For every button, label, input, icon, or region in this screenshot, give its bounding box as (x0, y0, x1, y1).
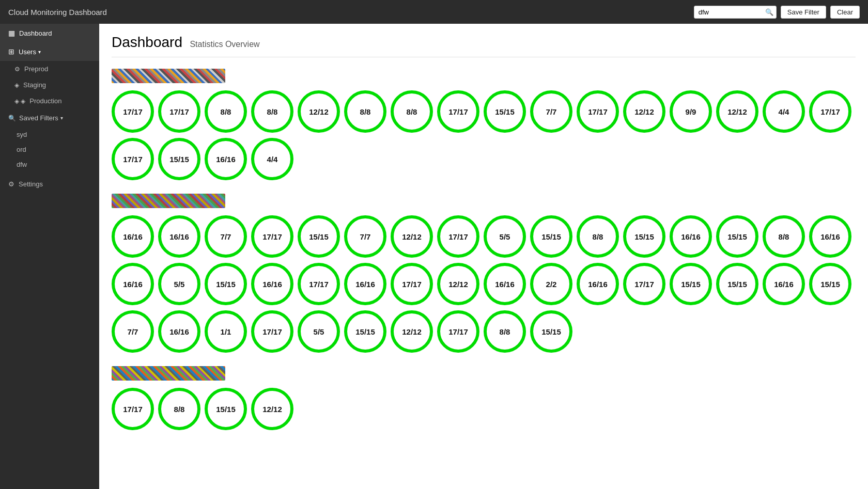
circle-badge[interactable]: 8/8 (205, 90, 247, 133)
circle-badge[interactable]: 16/16 (577, 263, 619, 305)
circle-badge[interactable]: 17/17 (391, 263, 433, 305)
circle-badge[interactable]: 15/15 (623, 215, 665, 258)
circle-badge[interactable]: 16/16 (158, 215, 200, 258)
circle-badge[interactable]: 16/16 (809, 215, 851, 258)
sidebar: ▦ Dashboard ⊞ Users ▾ ⚙ Preprod ◈ Stagin… (0, 24, 99, 489)
circle-badge[interactable]: 17/17 (437, 90, 479, 133)
circle-badge[interactable]: 2/2 (530, 263, 572, 305)
sidebar-item-preprod[interactable]: ⚙ Preprod (0, 61, 99, 77)
circle-badge[interactable]: 15/15 (670, 263, 712, 305)
sidebar-dashboard[interactable]: ▦ Dashboard (0, 24, 99, 42)
filter-dfw[interactable]: dfw (0, 157, 99, 172)
circle-badge[interactable]: 15/15 (344, 310, 386, 353)
circle-badge[interactable]: 17/17 (437, 310, 479, 353)
circle-badge[interactable]: 12/12 (391, 310, 433, 353)
circle-badge[interactable]: 12/12 (391, 215, 433, 258)
circle-badge[interactable]: 12/12 (716, 90, 758, 133)
circle-badge[interactable]: 17/17 (577, 90, 619, 133)
saved-filters-label: Saved Filters (19, 114, 58, 122)
circle-badge[interactable]: 17/17 (158, 90, 200, 133)
circle-badge[interactable]: 16/16 (763, 263, 805, 305)
circle-badge[interactable]: 7/7 (530, 90, 572, 133)
dashboard-label: Dashboard (19, 29, 52, 37)
circle-badge[interactable]: 16/16 (484, 263, 526, 305)
sidebar-item-staging[interactable]: ◈ Staging (0, 77, 99, 93)
circle-badge[interactable]: 8/8 (391, 90, 433, 133)
circle-badge[interactable]: 8/8 (251, 90, 293, 133)
filter-ord[interactable]: ord (0, 142, 99, 157)
sidebar-item-production[interactable]: ◈ ◈ Production (0, 93, 99, 109)
circle-badge[interactable]: 17/17 (251, 310, 293, 353)
clear-button[interactable]: Clear (830, 6, 860, 19)
sidebar-users[interactable]: ⊞ Users ▾ (0, 42, 99, 61)
circle-badge[interactable]: 15/15 (530, 310, 572, 353)
circle-badge[interactable]: 17/17 (809, 90, 851, 133)
preprod-icon: ⚙ (14, 66, 20, 73)
circle-badge[interactable]: 15/15 (484, 90, 526, 133)
circle-badge[interactable]: 17/17 (112, 90, 154, 133)
circle-badge[interactable]: 8/8 (577, 215, 619, 258)
circle-badge[interactable]: 7/7 (112, 310, 154, 353)
circle-badge[interactable]: 15/15 (716, 215, 758, 258)
circle-badge[interactable]: 16/16 (670, 215, 712, 258)
search-icon-button[interactable]: 🔍 (765, 8, 773, 16)
circle-badge[interactable]: 17/17 (623, 263, 665, 305)
circle-badge[interactable]: 7/7 (344, 215, 386, 258)
circle-badge[interactable]: 16/16 (112, 215, 154, 258)
circle-badge[interactable]: 15/15 (158, 138, 200, 180)
circle-badge[interactable]: 17/17 (298, 263, 340, 305)
production-label: Production (29, 97, 61, 105)
circle-badge[interactable]: 15/15 (716, 263, 758, 305)
staging-label: Staging (23, 81, 46, 89)
circle-badge[interactable]: 4/4 (763, 90, 805, 133)
preprod-label: Preprod (24, 65, 48, 73)
saved-filters-header[interactable]: 🔍 Saved Filters ▾ (0, 109, 99, 127)
sidebar-settings[interactable]: ⚙ Settings (0, 176, 99, 192)
circle-badge[interactable]: 17/17 (437, 215, 479, 258)
circle-badge[interactable]: 15/15 (205, 263, 247, 305)
circle-badge[interactable]: 9/9 (670, 90, 712, 133)
circle-badge[interactable]: 16/16 (158, 310, 200, 353)
settings-icon: ⚙ (8, 180, 14, 188)
circle-badge[interactable]: 16/16 (205, 138, 247, 180)
circle-badge[interactable]: 7/7 (205, 215, 247, 258)
circle-badge[interactable]: 8/8 (484, 310, 526, 353)
circle-badge[interactable]: 5/5 (298, 310, 340, 353)
circle-badge[interactable]: 5/5 (484, 215, 526, 258)
production-icon: ◈ ◈ (14, 98, 25, 105)
settings-label: Settings (19, 180, 43, 188)
circle-badge[interactable]: 15/15 (298, 215, 340, 258)
circle-badge[interactable]: 16/16 (112, 263, 154, 305)
circle-badge[interactable]: 16/16 (251, 263, 293, 305)
groups-container: 17/1717/178/88/812/128/88/817/1715/157/7… (112, 68, 856, 430)
search-input[interactable] (694, 6, 777, 19)
circle-badge[interactable]: 1/1 (205, 310, 247, 353)
circle-badge[interactable]: 12/12 (623, 90, 665, 133)
circle-badge[interactable]: 17/17 (112, 138, 154, 180)
circle-badge[interactable]: 16/16 (344, 263, 386, 305)
group-section-group2: 16/1616/167/717/1715/157/712/1217/175/51… (112, 193, 856, 353)
circle-badge[interactable]: 12/12 (437, 263, 479, 305)
circle-badge[interactable]: 12/12 (251, 388, 293, 430)
circle-badge[interactable]: 8/8 (158, 388, 200, 430)
circles-grid-0: 17/1717/178/88/812/128/88/817/1715/157/7… (112, 90, 856, 180)
circle-badge[interactable]: 15/15 (809, 263, 851, 305)
circle-badge[interactable]: 8/8 (344, 90, 386, 133)
search-small-icon: 🔍 (8, 115, 16, 122)
filter-syd[interactable]: syd (0, 127, 99, 142)
main-content: Dashboard Statistics Overview 17/1717/17… (99, 24, 868, 489)
circle-badge[interactable]: 17/17 (251, 215, 293, 258)
circle-badge[interactable]: 12/12 (298, 90, 340, 133)
circle-badge[interactable]: 17/17 (112, 388, 154, 430)
users-label: Users (19, 48, 36, 56)
circle-badge[interactable]: 8/8 (763, 215, 805, 258)
app-title: Cloud Monitoring Dashboard (8, 8, 107, 17)
circle-badge[interactable]: 15/15 (530, 215, 572, 258)
circle-badge[interactable]: 5/5 (158, 263, 200, 305)
users-chevron: ▾ (38, 49, 41, 55)
save-filter-button[interactable]: Save Filter (781, 6, 826, 19)
group-label-image-2 (112, 366, 225, 381)
group-section-group1: 17/1717/178/88/812/128/88/817/1715/157/7… (112, 68, 856, 180)
circle-badge[interactable]: 4/4 (251, 138, 293, 180)
circle-badge[interactable]: 15/15 (205, 388, 247, 430)
